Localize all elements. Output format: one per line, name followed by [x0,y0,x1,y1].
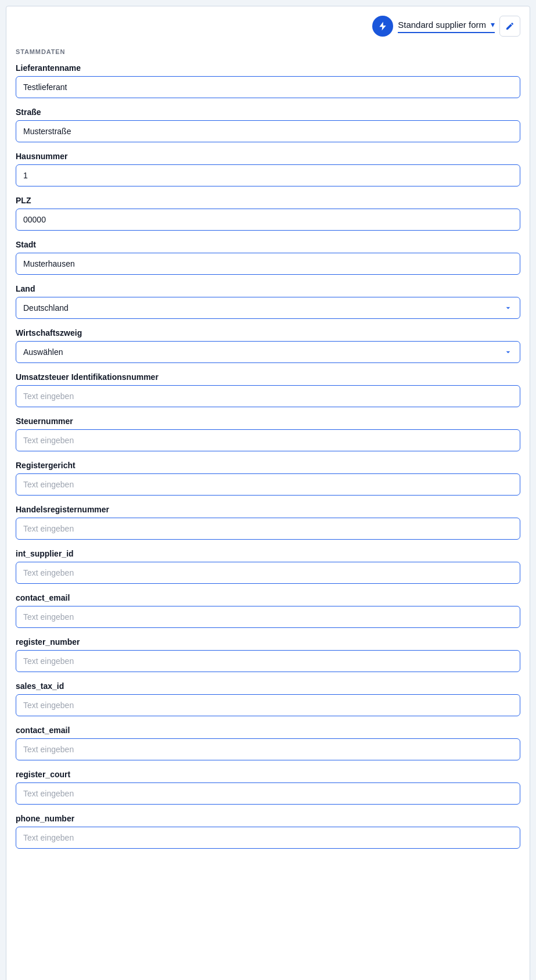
label-umsatzsteuer_id: Umsatzsteuer Identifikationsnummer [16,372,520,382]
edit-button[interactable] [499,16,520,37]
label-register_court: register_court [16,770,520,779]
label-strasse: Straße [16,107,520,117]
section-label: STAMMDATEN [16,48,520,55]
lightning-icon-button[interactable] [372,16,393,37]
field-group-register_court: register_court [16,770,520,805]
label-wirtschaftszweig: Wirtschaftszweig [16,328,520,338]
form-selector-label: Standard supplier form [398,20,486,30]
input-handelsregisternummer[interactable] [16,518,520,540]
field-group-registergericht: Registergericht [16,461,520,496]
field-group-sales_tax_id: sales_tax_id [16,681,520,716]
page-container: Standard supplier form ▾ STAMMDATEN Lief… [6,6,530,980]
input-hausnummer[interactable] [16,164,520,186]
field-group-register_number: register_number [16,637,520,672]
input-registergericht[interactable] [16,473,520,496]
field-group-wirtschaftszweig: WirtschaftszweigAuswählen [16,328,520,363]
label-lieferantenname: Lieferantenname [16,63,520,73]
label-land: Land [16,284,520,293]
field-group-plz: PLZ [16,196,520,231]
field-group-phone_number: phone_number [16,814,520,849]
header-bar: Standard supplier form ▾ [16,16,520,37]
field-group-umsatzsteuer_id: Umsatzsteuer Identifikationsnummer [16,372,520,407]
label-steuernummer: Steuernummer [16,417,520,426]
label-register_number: register_number [16,637,520,647]
lightning-icon [377,21,388,31]
input-phone_number[interactable] [16,827,520,849]
input-register_number[interactable] [16,650,520,672]
input-steuernummer[interactable] [16,429,520,451]
pencil-icon [505,21,515,31]
label-phone_number: phone_number [16,814,520,823]
field-group-land: LandDeutschlandÖsterreichSchweiz [16,284,520,319]
field-group-contact_email_2: contact_email [16,726,520,760]
input-strasse[interactable] [16,120,520,142]
input-umsatzsteuer_id[interactable] [16,385,520,407]
form-fields: LieferantennameStraßeHausnummerPLZStadtL… [16,63,520,849]
select-land[interactable]: DeutschlandÖsterreichSchweiz [16,297,520,319]
form-selector[interactable]: Standard supplier form ▾ [398,20,495,33]
field-group-contact_email_1: contact_email [16,593,520,628]
field-group-handelsregisternummer: Handelsregisternummer [16,505,520,540]
field-group-stadt: Stadt [16,240,520,275]
input-plz[interactable] [16,209,520,231]
label-plz: PLZ [16,196,520,205]
field-group-steuernummer: Steuernummer [16,417,520,451]
field-group-lieferantenname: Lieferantenname [16,63,520,98]
input-register_court[interactable] [16,782,520,805]
label-contact_email_1: contact_email [16,593,520,602]
input-int_supplier_id[interactable] [16,562,520,584]
label-contact_email_2: contact_email [16,726,520,735]
label-stadt: Stadt [16,240,520,249]
input-lieferantenname[interactable] [16,76,520,98]
input-contact_email_2[interactable] [16,738,520,760]
select-wirtschaftszweig[interactable]: Auswählen [16,341,520,363]
field-group-hausnummer: Hausnummer [16,152,520,186]
chevron-down-icon: ▾ [491,20,495,29]
label-int_supplier_id: int_supplier_id [16,549,520,558]
input-stadt[interactable] [16,253,520,275]
field-group-int_supplier_id: int_supplier_id [16,549,520,584]
field-group-strasse: Straße [16,107,520,142]
label-handelsregisternummer: Handelsregisternummer [16,505,520,514]
label-sales_tax_id: sales_tax_id [16,681,520,691]
input-sales_tax_id[interactable] [16,694,520,716]
label-hausnummer: Hausnummer [16,152,520,161]
label-registergericht: Registergericht [16,461,520,470]
input-contact_email_1[interactable] [16,606,520,628]
